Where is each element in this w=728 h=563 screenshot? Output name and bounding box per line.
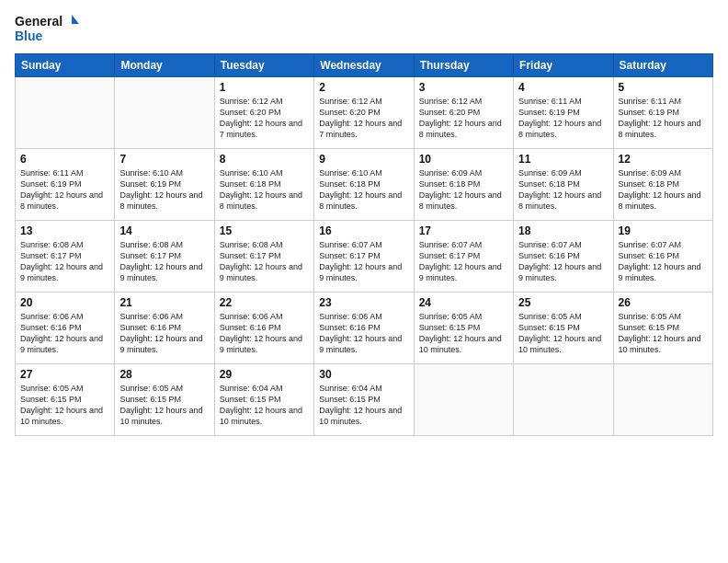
day-number: 8 (220, 153, 309, 166)
calendar-cell (115, 77, 214, 149)
calendar-cell: 23Sunrise: 6:06 AM Sunset: 6:16 PM Dayli… (314, 293, 414, 364)
day-number: 20 (20, 296, 109, 309)
calendar-cell: 6Sunrise: 6:11 AM Sunset: 6:19 PM Daylig… (16, 149, 115, 221)
calendar-cell (613, 364, 712, 436)
day-number: 24 (419, 296, 508, 309)
day-number: 29 (220, 368, 309, 381)
day-info: Sunrise: 6:10 AM Sunset: 6:19 PM Dayligh… (119, 167, 209, 213)
day-number: 3 (419, 81, 508, 94)
calendar-header-tuesday: Tuesday (214, 54, 313, 77)
calendar-cell: 4Sunrise: 6:11 AM Sunset: 6:19 PM Daylig… (514, 77, 613, 149)
day-info: Sunrise: 6:12 AM Sunset: 6:20 PM Dayligh… (419, 96, 508, 141)
day-info: Sunrise: 6:04 AM Sunset: 6:15 PM Dayligh… (319, 383, 408, 428)
day-info: Sunrise: 6:10 AM Sunset: 6:18 PM Dayligh… (319, 167, 408, 213)
calendar-header-sunday: Sunday (16, 54, 115, 77)
day-info: Sunrise: 6:04 AM Sunset: 6:15 PM Dayligh… (220, 383, 309, 428)
day-info: Sunrise: 6:10 AM Sunset: 6:18 PM Dayligh… (220, 167, 309, 213)
page: General Blue SundayMondayTuesdayWednesda… (0, 0, 728, 563)
calendar-cell: 9Sunrise: 6:10 AM Sunset: 6:18 PM Daylig… (314, 149, 414, 221)
calendar-week-2: 6Sunrise: 6:11 AM Sunset: 6:19 PM Daylig… (16, 149, 713, 221)
day-number: 23 (319, 296, 408, 309)
day-number: 11 (518, 153, 608, 166)
day-number: 28 (119, 368, 209, 381)
day-number: 5 (619, 81, 708, 94)
day-number: 22 (220, 296, 309, 309)
day-info: Sunrise: 6:11 AM Sunset: 6:19 PM Dayligh… (518, 96, 608, 141)
calendar-cell: 7Sunrise: 6:10 AM Sunset: 6:19 PM Daylig… (115, 149, 214, 221)
calendar-cell: 27Sunrise: 6:05 AM Sunset: 6:15 PM Dayli… (16, 364, 115, 436)
day-number: 13 (20, 224, 109, 237)
calendar-cell: 30Sunrise: 6:04 AM Sunset: 6:15 PM Dayli… (314, 364, 414, 436)
calendar-cell: 15Sunrise: 6:08 AM Sunset: 6:17 PM Dayli… (214, 221, 313, 293)
svg-text:General: General (15, 14, 63, 29)
day-info: Sunrise: 6:05 AM Sunset: 6:15 PM Dayligh… (619, 311, 708, 356)
calendar-cell: 20Sunrise: 6:06 AM Sunset: 6:16 PM Dayli… (16, 293, 115, 364)
day-info: Sunrise: 6:08 AM Sunset: 6:17 PM Dayligh… (220, 239, 309, 284)
day-number: 7 (119, 153, 209, 166)
logo-svg: General Blue (15, 11, 79, 44)
day-number: 1 (220, 81, 309, 94)
svg-marker-2 (72, 15, 79, 24)
day-number: 6 (20, 153, 109, 166)
calendar-cell (16, 77, 115, 149)
calendar-cell: 16Sunrise: 6:07 AM Sunset: 6:17 PM Dayli… (314, 221, 414, 293)
day-info: Sunrise: 6:06 AM Sunset: 6:16 PM Dayligh… (220, 311, 309, 356)
calendar-cell: 21Sunrise: 6:06 AM Sunset: 6:16 PM Dayli… (115, 293, 214, 364)
calendar-cell: 5Sunrise: 6:11 AM Sunset: 6:19 PM Daylig… (613, 77, 712, 149)
day-info: Sunrise: 6:07 AM Sunset: 6:16 PM Dayligh… (619, 239, 708, 284)
calendar-cell: 2Sunrise: 6:12 AM Sunset: 6:20 PM Daylig… (314, 77, 414, 149)
calendar-header-wednesday: Wednesday (314, 54, 414, 77)
day-number: 14 (119, 224, 209, 237)
day-info: Sunrise: 6:12 AM Sunset: 6:20 PM Dayligh… (319, 96, 408, 141)
day-info: Sunrise: 6:05 AM Sunset: 6:15 PM Dayligh… (518, 311, 608, 356)
calendar-cell: 12Sunrise: 6:09 AM Sunset: 6:18 PM Dayli… (613, 149, 712, 221)
calendar-cell: 19Sunrise: 6:07 AM Sunset: 6:16 PM Dayli… (613, 221, 712, 293)
calendar-cell: 8Sunrise: 6:10 AM Sunset: 6:18 PM Daylig… (214, 149, 313, 221)
day-number: 17 (419, 224, 508, 237)
calendar-cell: 13Sunrise: 6:08 AM Sunset: 6:17 PM Dayli… (16, 221, 115, 293)
calendar-week-4: 20Sunrise: 6:06 AM Sunset: 6:16 PM Dayli… (16, 293, 713, 364)
day-number: 18 (518, 224, 608, 237)
calendar-week-5: 27Sunrise: 6:05 AM Sunset: 6:15 PM Dayli… (16, 364, 713, 436)
calendar-cell: 10Sunrise: 6:09 AM Sunset: 6:18 PM Dayli… (414, 149, 513, 221)
calendar-cell: 14Sunrise: 6:08 AM Sunset: 6:17 PM Dayli… (115, 221, 214, 293)
day-number: 10 (419, 153, 508, 166)
calendar-cell: 1Sunrise: 6:12 AM Sunset: 6:20 PM Daylig… (214, 77, 313, 149)
day-number: 15 (220, 224, 309, 237)
calendar-header-friday: Friday (514, 54, 613, 77)
day-number: 12 (619, 153, 708, 166)
day-number: 26 (619, 296, 708, 309)
calendar-cell: 25Sunrise: 6:05 AM Sunset: 6:15 PM Dayli… (514, 293, 613, 364)
calendar-header-thursday: Thursday (414, 54, 513, 77)
day-info: Sunrise: 6:06 AM Sunset: 6:16 PM Dayligh… (319, 311, 408, 356)
calendar-week-1: 1Sunrise: 6:12 AM Sunset: 6:20 PM Daylig… (16, 77, 713, 149)
header: General Blue (15, 11, 713, 44)
day-info: Sunrise: 6:06 AM Sunset: 6:16 PM Dayligh… (119, 311, 209, 356)
day-info: Sunrise: 6:05 AM Sunset: 6:15 PM Dayligh… (20, 383, 109, 428)
day-info: Sunrise: 6:11 AM Sunset: 6:19 PM Dayligh… (20, 167, 109, 213)
calendar-header-row: SundayMondayTuesdayWednesdayThursdayFrid… (16, 54, 713, 77)
calendar-cell: 24Sunrise: 6:05 AM Sunset: 6:15 PM Dayli… (414, 293, 513, 364)
day-number: 25 (518, 296, 608, 309)
calendar-cell: 3Sunrise: 6:12 AM Sunset: 6:20 PM Daylig… (414, 77, 513, 149)
day-info: Sunrise: 6:07 AM Sunset: 6:17 PM Dayligh… (319, 239, 408, 284)
calendar-cell: 18Sunrise: 6:07 AM Sunset: 6:16 PM Dayli… (514, 221, 613, 293)
calendar-header-saturday: Saturday (613, 54, 712, 77)
calendar-cell: 11Sunrise: 6:09 AM Sunset: 6:18 PM Dayli… (514, 149, 613, 221)
day-info: Sunrise: 6:05 AM Sunset: 6:15 PM Dayligh… (119, 383, 209, 428)
calendar-cell: 29Sunrise: 6:04 AM Sunset: 6:15 PM Dayli… (214, 364, 313, 436)
day-number: 2 (319, 81, 408, 94)
day-number: 19 (619, 224, 708, 237)
calendar-header-monday: Monday (115, 54, 214, 77)
day-info: Sunrise: 6:07 AM Sunset: 6:16 PM Dayligh… (518, 239, 608, 284)
day-info: Sunrise: 6:06 AM Sunset: 6:16 PM Dayligh… (20, 311, 109, 356)
calendar-week-3: 13Sunrise: 6:08 AM Sunset: 6:17 PM Dayli… (16, 221, 713, 293)
day-info: Sunrise: 6:08 AM Sunset: 6:17 PM Dayligh… (119, 239, 209, 284)
calendar-cell (414, 364, 513, 436)
day-info: Sunrise: 6:07 AM Sunset: 6:17 PM Dayligh… (419, 239, 508, 284)
day-number: 4 (518, 81, 608, 94)
day-number: 30 (319, 368, 408, 381)
day-info: Sunrise: 6:08 AM Sunset: 6:17 PM Dayligh… (20, 239, 109, 284)
day-info: Sunrise: 6:09 AM Sunset: 6:18 PM Dayligh… (518, 167, 608, 213)
day-info: Sunrise: 6:12 AM Sunset: 6:20 PM Dayligh… (220, 96, 309, 141)
